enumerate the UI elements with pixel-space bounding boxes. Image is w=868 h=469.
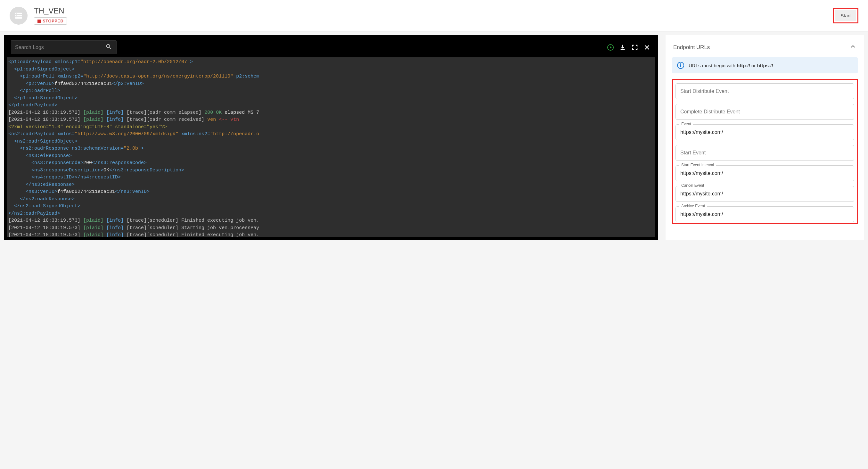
panel-header[interactable]: Endpoint URLs xyxy=(672,40,858,57)
complete-distribute-event-input[interactable] xyxy=(676,104,854,120)
fullscreen-icon[interactable] xyxy=(631,43,639,51)
endpoint-panel: Endpoint URLs i URLs must begin with htt… xyxy=(665,35,864,240)
start-event-input[interactable] xyxy=(676,145,854,161)
log-toolbar xyxy=(7,38,655,57)
info-icon: i xyxy=(677,62,684,69)
start-event-interval-field: Start Event Interval xyxy=(676,165,854,181)
server-icon xyxy=(14,11,23,20)
close-icon[interactable] xyxy=(643,43,651,51)
avatar xyxy=(10,7,28,25)
page-title: TH_VEN xyxy=(34,6,833,15)
start-event-interval-input[interactable] xyxy=(676,165,854,181)
start-distribute-event-input[interactable] xyxy=(676,83,854,99)
start-button[interactable]: Start xyxy=(835,10,856,21)
play-icon[interactable] xyxy=(607,43,614,51)
page-header: TH_VEN STOPPED Start xyxy=(0,0,868,31)
search-input[interactable] xyxy=(15,44,102,50)
complete-distribute-event-field xyxy=(676,104,854,120)
cancel-event-field: Cancel Event xyxy=(676,186,854,202)
archive-event-input[interactable] xyxy=(676,206,854,222)
endpoint-form: Event Start Event Interval Cancel Event … xyxy=(672,79,858,224)
archive-event-field: Archive Event xyxy=(676,206,854,222)
status-text: STOPPED xyxy=(42,19,63,23)
start-event-field xyxy=(676,145,854,161)
start-button-highlight: Start xyxy=(833,8,858,23)
log-body[interactable]: <p1:oadrPayload xmlns:p1="http://openadr… xyxy=(7,57,655,237)
info-banner: i URLs must begin with http:// or https:… xyxy=(672,57,858,73)
stop-icon xyxy=(37,20,41,23)
search-icon xyxy=(105,43,113,51)
log-panel: <p1:oadrPayload xmlns:p1="http://openadr… xyxy=(4,35,658,240)
event-field: Event xyxy=(676,124,854,140)
panel-title: Endpoint URLs xyxy=(673,44,710,51)
svg-point-3 xyxy=(16,13,17,14)
download-icon[interactable] xyxy=(619,43,626,51)
svg-point-4 xyxy=(16,15,17,16)
svg-point-5 xyxy=(16,18,17,18)
info-text: URLs must begin with http:// or https:// xyxy=(689,63,773,68)
cancel-event-input[interactable] xyxy=(676,186,854,202)
event-input[interactable] xyxy=(676,124,854,140)
log-search[interactable] xyxy=(11,40,117,54)
status-badge: STOPPED xyxy=(34,17,67,25)
start-distribute-event-field xyxy=(676,83,854,99)
chevron-up-icon xyxy=(849,43,857,52)
